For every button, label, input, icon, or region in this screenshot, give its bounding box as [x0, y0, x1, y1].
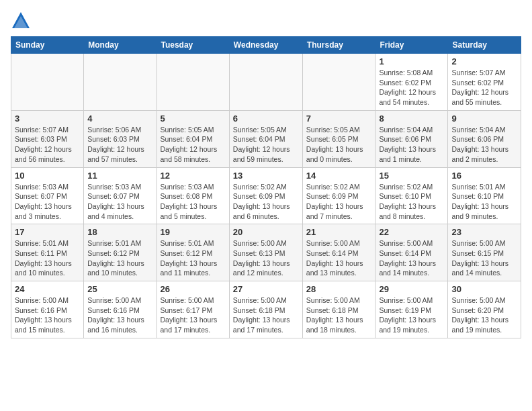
- calendar-cell: 9Sunrise: 5:04 AMSunset: 6:06 PMDaylight…: [448, 110, 521, 167]
- calendar-cell: 27Sunrise: 5:00 AMSunset: 6:18 PMDayligh…: [229, 281, 302, 338]
- calendar-header-row: SundayMondayTuesdayWednesdayThursdayFrid…: [11, 37, 521, 54]
- calendar-cell: 8Sunrise: 5:04 AMSunset: 6:06 PMDaylight…: [375, 110, 448, 167]
- calendar-cell: [302, 54, 375, 111]
- calendar-cell: 6Sunrise: 5:05 AMSunset: 6:04 PMDaylight…: [229, 110, 302, 167]
- day-info: Sunrise: 5:01 AMSunset: 6:10 PMDaylight:…: [451, 182, 517, 222]
- day-info: Sunrise: 5:03 AMSunset: 6:08 PMDaylight:…: [161, 182, 226, 222]
- calendar-cell: [84, 54, 157, 111]
- day-number: 19: [161, 227, 226, 237]
- day-number: 9: [451, 113, 517, 124]
- day-number: 26: [161, 284, 226, 294]
- day-number: 1: [379, 56, 444, 66]
- day-info: Sunrise: 5:07 AMSunset: 6:03 PMDaylight:…: [15, 125, 80, 165]
- col-header-friday: Friday: [375, 37, 448, 54]
- day-info: Sunrise: 5:01 AMSunset: 6:12 PMDaylight:…: [161, 238, 226, 278]
- day-number: 30: [451, 284, 517, 294]
- day-info: Sunrise: 5:05 AMSunset: 6:04 PMDaylight:…: [161, 125, 226, 165]
- calendar-cell: 10Sunrise: 5:03 AMSunset: 6:07 PMDayligh…: [11, 167, 84, 224]
- calendar-cell: 21Sunrise: 5:00 AMSunset: 6:14 PMDayligh…: [302, 224, 375, 281]
- logo: [11, 11, 34, 31]
- col-header-wednesday: Wednesday: [229, 37, 302, 54]
- day-info: Sunrise: 5:02 AMSunset: 6:09 PMDaylight:…: [233, 182, 299, 222]
- day-info: Sunrise: 5:03 AMSunset: 6:07 PMDaylight:…: [87, 182, 152, 222]
- calendar-cell: 28Sunrise: 5:00 AMSunset: 6:18 PMDayligh…: [302, 281, 375, 338]
- calendar-cell: [229, 54, 302, 111]
- day-info: Sunrise: 5:00 AMSunset: 6:16 PMDaylight:…: [15, 295, 80, 335]
- day-info: Sunrise: 5:04 AMSunset: 6:06 PMDaylight:…: [379, 125, 444, 165]
- day-number: 16: [451, 171, 517, 181]
- calendar-cell: 23Sunrise: 5:00 AMSunset: 6:15 PMDayligh…: [448, 224, 521, 281]
- logo-icon: [11, 11, 31, 31]
- calendar-cell: 17Sunrise: 5:01 AMSunset: 6:11 PMDayligh…: [11, 224, 84, 281]
- calendar-cell: 20Sunrise: 5:00 AMSunset: 6:13 PMDayligh…: [229, 224, 302, 281]
- day-number: 7: [306, 113, 372, 124]
- calendar-cell: 13Sunrise: 5:02 AMSunset: 6:09 PMDayligh…: [229, 167, 302, 224]
- day-info: Sunrise: 5:00 AMSunset: 6:19 PMDaylight:…: [379, 295, 444, 335]
- day-number: 23: [451, 227, 517, 237]
- day-info: Sunrise: 5:00 AMSunset: 6:16 PMDaylight:…: [87, 295, 152, 335]
- day-info: Sunrise: 5:07 AMSunset: 6:02 PMDaylight:…: [451, 68, 517, 107]
- day-number: 12: [161, 171, 226, 181]
- day-info: Sunrise: 5:05 AMSunset: 6:05 PMDaylight:…: [306, 125, 372, 165]
- calendar-cell: 15Sunrise: 5:02 AMSunset: 6:10 PMDayligh…: [375, 167, 448, 224]
- day-info: Sunrise: 5:06 AMSunset: 6:03 PMDaylight:…: [87, 125, 152, 165]
- calendar-cell: 18Sunrise: 5:01 AMSunset: 6:12 PMDayligh…: [84, 224, 157, 281]
- day-number: 27: [233, 284, 299, 294]
- col-header-tuesday: Tuesday: [157, 37, 229, 54]
- calendar-cell: 22Sunrise: 5:00 AMSunset: 6:14 PMDayligh…: [375, 224, 448, 281]
- calendar-cell: 4Sunrise: 5:06 AMSunset: 6:03 PMDaylight…: [84, 110, 157, 167]
- calendar-week-2: 3Sunrise: 5:07 AMSunset: 6:03 PMDaylight…: [11, 110, 521, 167]
- calendar-cell: 2Sunrise: 5:07 AMSunset: 6:02 PMDaylight…: [448, 54, 521, 111]
- day-number: 4: [87, 113, 152, 124]
- day-info: Sunrise: 5:00 AMSunset: 6:14 PMDaylight:…: [306, 238, 372, 278]
- calendar-cell: 7Sunrise: 5:05 AMSunset: 6:05 PMDaylight…: [302, 110, 375, 167]
- calendar-week-1: 1Sunrise: 5:08 AMSunset: 6:02 PMDaylight…: [11, 54, 521, 111]
- day-info: Sunrise: 5:04 AMSunset: 6:06 PMDaylight:…: [451, 125, 517, 165]
- calendar-cell: 29Sunrise: 5:00 AMSunset: 6:19 PMDayligh…: [375, 281, 448, 338]
- page-header: [11, 11, 521, 31]
- calendar-cell: 14Sunrise: 5:02 AMSunset: 6:09 PMDayligh…: [302, 167, 375, 224]
- calendar-week-5: 24Sunrise: 5:00 AMSunset: 6:16 PMDayligh…: [11, 281, 521, 338]
- day-number: 11: [87, 171, 152, 181]
- day-number: 18: [87, 227, 152, 237]
- day-number: 2: [451, 56, 517, 66]
- day-number: 3: [15, 113, 80, 124]
- calendar-cell: 11Sunrise: 5:03 AMSunset: 6:07 PMDayligh…: [84, 167, 157, 224]
- day-info: Sunrise: 5:01 AMSunset: 6:11 PMDaylight:…: [15, 238, 80, 278]
- day-info: Sunrise: 5:00 AMSunset: 6:18 PMDaylight:…: [233, 295, 299, 335]
- day-number: 17: [15, 227, 80, 237]
- day-info: Sunrise: 5:00 AMSunset: 6:18 PMDaylight:…: [306, 295, 372, 335]
- calendar-cell: [11, 54, 84, 111]
- calendar-cell: 1Sunrise: 5:08 AMSunset: 6:02 PMDaylight…: [375, 54, 448, 111]
- day-info: Sunrise: 5:00 AMSunset: 6:13 PMDaylight:…: [233, 238, 299, 278]
- day-info: Sunrise: 5:00 AMSunset: 6:17 PMDaylight:…: [161, 295, 226, 335]
- day-info: Sunrise: 5:00 AMSunset: 6:15 PMDaylight:…: [451, 238, 517, 278]
- calendar-week-3: 10Sunrise: 5:03 AMSunset: 6:07 PMDayligh…: [11, 167, 521, 224]
- day-number: 21: [306, 227, 372, 237]
- day-number: 29: [379, 284, 444, 294]
- day-number: 10: [15, 171, 80, 181]
- day-number: 15: [379, 171, 444, 181]
- day-info: Sunrise: 5:00 AMSunset: 6:14 PMDaylight:…: [379, 238, 444, 278]
- col-header-saturday: Saturday: [448, 37, 521, 54]
- day-number: 8: [379, 113, 444, 124]
- day-info: Sunrise: 5:05 AMSunset: 6:04 PMDaylight:…: [233, 125, 299, 165]
- calendar-cell: 12Sunrise: 5:03 AMSunset: 6:08 PMDayligh…: [157, 167, 229, 224]
- day-number: 5: [161, 113, 226, 124]
- day-info: Sunrise: 5:02 AMSunset: 6:09 PMDaylight:…: [306, 182, 372, 222]
- day-number: 14: [306, 171, 372, 181]
- calendar-cell: 16Sunrise: 5:01 AMSunset: 6:10 PMDayligh…: [448, 167, 521, 224]
- col-header-monday: Monday: [84, 37, 157, 54]
- calendar-week-4: 17Sunrise: 5:01 AMSunset: 6:11 PMDayligh…: [11, 224, 521, 281]
- day-number: 24: [15, 284, 80, 294]
- day-info: Sunrise: 5:00 AMSunset: 6:20 PMDaylight:…: [451, 295, 517, 335]
- day-number: 20: [233, 227, 299, 237]
- day-info: Sunrise: 5:02 AMSunset: 6:10 PMDaylight:…: [379, 182, 444, 222]
- calendar-cell: 26Sunrise: 5:00 AMSunset: 6:17 PMDayligh…: [157, 281, 229, 338]
- calendar-cell: 24Sunrise: 5:00 AMSunset: 6:16 PMDayligh…: [11, 281, 84, 338]
- day-info: Sunrise: 5:03 AMSunset: 6:07 PMDaylight:…: [15, 182, 80, 222]
- calendar-cell: 19Sunrise: 5:01 AMSunset: 6:12 PMDayligh…: [157, 224, 229, 281]
- calendar-cell: 25Sunrise: 5:00 AMSunset: 6:16 PMDayligh…: [84, 281, 157, 338]
- day-info: Sunrise: 5:08 AMSunset: 6:02 PMDaylight:…: [379, 68, 444, 107]
- col-header-thursday: Thursday: [302, 37, 375, 54]
